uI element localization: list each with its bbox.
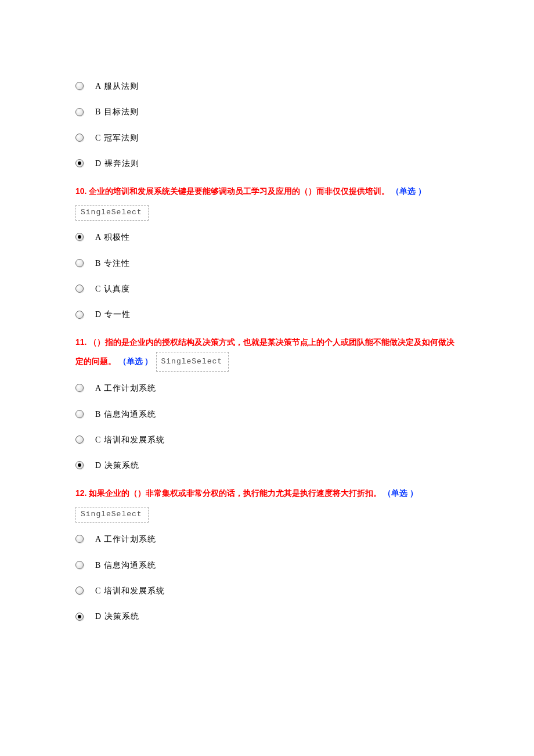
q11-option-a[interactable]: A 工作计划系统 — [75, 381, 459, 395]
radio-unselected-icon — [75, 285, 84, 293]
question-type-flag: （单选 ） — [118, 357, 153, 365]
q9-option-b[interactable]: B 目标法则 — [75, 105, 459, 118]
radio-selected-icon — [75, 613, 84, 621]
radio-selected-icon — [75, 233, 84, 241]
option-label: D 裸奔法则 — [95, 157, 139, 170]
radio-unselected-icon — [75, 134, 84, 142]
option-label: A 工作计划系统 — [95, 533, 156, 546]
question-11: 11. （）指的是企业内的授权结构及决策方式，也就是某决策节点上的个人或团队能不… — [75, 333, 459, 372]
question-type-flag: （单选 ） — [383, 489, 418, 498]
radio-unselected-icon — [75, 259, 84, 267]
radio-unselected-icon — [75, 384, 84, 392]
option-label: A 积极性 — [95, 231, 130, 244]
q11-option-b[interactable]: B 信息沟通系统 — [75, 407, 459, 421]
q12-option-b[interactable]: B 信息沟通系统 — [75, 558, 459, 572]
single-select-badge: SingleSelect — [156, 352, 229, 372]
question-10: 10. 企业的培训和发展系统关键是要能够调动员工学习及应用的（）而非仅仅提供培训… — [75, 182, 459, 201]
q9-option-c[interactable]: C 冠军法则 — [75, 131, 459, 145]
option-label: C 认真度 — [95, 283, 130, 296]
option-label: D 决策系统 — [95, 459, 139, 472]
option-label: B 信息沟通系统 — [95, 408, 156, 421]
q10-option-c[interactable]: C 认真度 — [75, 282, 459, 296]
radio-unselected-icon — [75, 435, 84, 444]
q12-option-d[interactable]: D 决策系统 — [75, 609, 459, 623]
q10-option-b[interactable]: B 专注性 — [75, 256, 459, 270]
single-select-badge: SingleSelect — [75, 507, 149, 523]
radio-unselected-icon — [75, 82, 84, 90]
radio-selected-icon — [75, 159, 84, 167]
question-number: 11. — [75, 337, 86, 347]
option-label: A 服从法则 — [95, 80, 139, 93]
option-label: B 专注性 — [95, 257, 130, 270]
radio-unselected-icon — [75, 535, 84, 543]
option-label: C 冠军法则 — [95, 132, 139, 145]
radio-unselected-icon — [75, 410, 84, 418]
option-label: B 目标法则 — [95, 106, 139, 118]
q12-option-a[interactable]: A 工作计划系统 — [75, 532, 459, 546]
question-type-flag: （单选 ） — [391, 187, 426, 196]
single-select-badge: SingleSelect — [75, 205, 149, 221]
option-label: D 决策系统 — [95, 610, 139, 623]
question-text: 企业的培训和发展系统关键是要能够调动员工学习及应用的（）而非仅仅提供培训。 — [89, 186, 389, 196]
option-label: B 信息沟通系统 — [95, 559, 156, 572]
radio-unselected-icon — [75, 561, 84, 569]
question-12: 12. 如果企业的（）非常集权或非常分权的话，执行能力尤其是执行速度将大打折扣。… — [75, 484, 459, 503]
q12-option-c[interactable]: C 培训和发展系统 — [75, 584, 459, 597]
radio-selected-icon — [75, 461, 84, 469]
option-label: A 工作计划系统 — [95, 382, 156, 395]
option-label: C 培训和发展系统 — [95, 434, 165, 447]
option-label: C 培训和发展系统 — [95, 585, 165, 597]
q11-option-c[interactable]: C 培训和发展系统 — [75, 433, 459, 447]
question-text: 如果企业的（）非常集权或非常分权的话，执行能力尤其是执行速度将大打折扣。 — [89, 488, 381, 498]
radio-unselected-icon — [75, 586, 84, 595]
q9-option-d[interactable]: D 裸奔法则 — [75, 156, 459, 170]
q9-option-a[interactable]: A 服从法则 — [75, 79, 459, 93]
question-number: 10. — [75, 186, 86, 196]
question-number: 12. — [75, 488, 86, 498]
q10-option-d[interactable]: D 专一性 — [75, 307, 459, 321]
radio-unselected-icon — [75, 311, 84, 319]
radio-unselected-icon — [75, 108, 84, 116]
option-label: D 专一性 — [95, 308, 131, 321]
q11-option-d[interactable]: D 决策系统 — [75, 458, 459, 472]
q10-option-a[interactable]: A 积极性 — [75, 230, 459, 244]
